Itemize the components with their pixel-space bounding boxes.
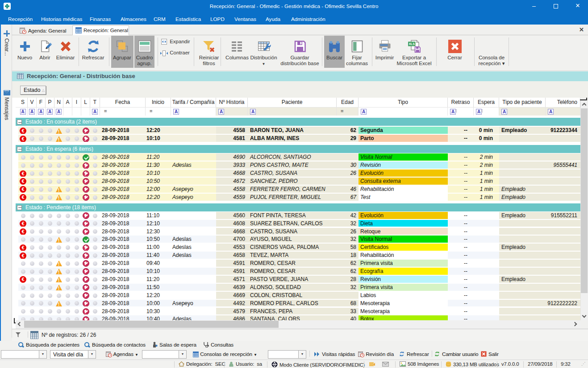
svg-text:XLS: XLS bbox=[409, 42, 415, 45]
